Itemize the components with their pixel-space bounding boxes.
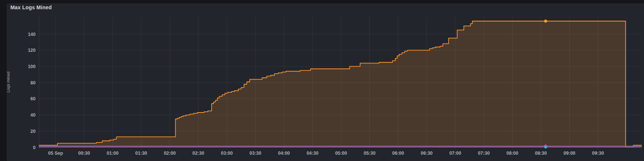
x-tick-label: 01:30 [135,151,147,156]
x-tick-label: 06:00 [392,151,404,156]
x-tick-label: 08:00 [507,151,518,156]
x-tick-label: 02:30 [192,151,204,156]
y-axis-label: Logs mined [5,17,11,147]
x-tick-label: 05 Sep [48,151,63,156]
x-tick-label: 00:30 [78,151,90,156]
x-tick-label: 01:00 [107,151,119,156]
x-tick-label: 07:00 [449,151,461,156]
y-tick-label: 40 [30,113,36,118]
x-tick-label: 09:00 [564,151,575,156]
y-tick-label: 120 [28,48,36,53]
x-tick-label: 05:00 [335,151,347,156]
y-tick-label: 0 [33,145,36,150]
x-tick-label: 08:30 [535,151,547,156]
y-tick-label: 20 [30,129,36,134]
x-tick-label: 03:00 [221,151,233,156]
dashboard-canvas: { "panel": { "title": "Max Logs Mined" }… [0,0,644,161]
y-tick-label: 80 [30,80,36,85]
panel-title[interactable]: Max Logs Mined [10,4,52,10]
y-tick-label: 60 [30,96,36,101]
y-tick-label: 140 [28,32,36,37]
x-tick-label: 07:30 [478,151,490,156]
time-series-chart[interactable]: 05 Sep00:3001:0001:3002:0002:3003:0003:3… [0,0,644,161]
x-tick-label: 06:30 [421,151,433,156]
series-area [39,21,642,147]
x-tick-label: 04:30 [306,151,318,156]
x-tick-label: 02:00 [164,151,176,156]
point-marker[interactable] [544,20,547,23]
x-tick-label: 04:00 [278,151,290,156]
x-tick-label: 09:30 [592,151,604,156]
x-tick-label: 03:30 [249,151,261,156]
point-marker[interactable] [544,145,547,148]
x-tick-label: 05:30 [364,151,375,156]
y-tick-label: 100 [28,64,36,69]
